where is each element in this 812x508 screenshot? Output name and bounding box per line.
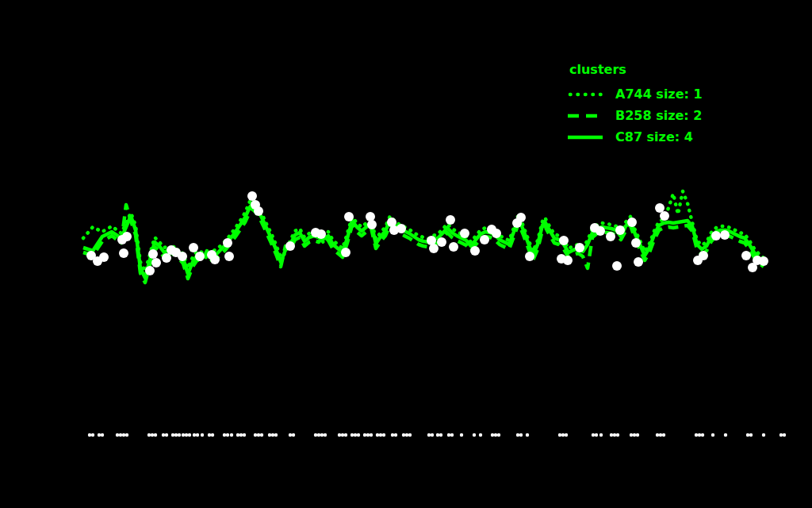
rug-point xyxy=(182,433,185,437)
data-point xyxy=(492,229,501,238)
legend-title: clusters xyxy=(569,62,703,78)
rug-point xyxy=(314,433,317,437)
data-point xyxy=(429,244,439,253)
data-point xyxy=(341,248,350,257)
data-point xyxy=(437,237,446,247)
rug-point xyxy=(519,433,523,437)
data-point xyxy=(759,256,768,266)
rug-point xyxy=(370,433,373,437)
legend: clusters A744 size: 1 B258 size: 2 C87 s… xyxy=(568,62,703,148)
data-point xyxy=(525,252,534,261)
legend-label-b258: B258 size: 2 xyxy=(615,108,702,123)
rug-point xyxy=(779,433,783,437)
data-point xyxy=(316,229,326,239)
rug-point xyxy=(208,433,211,437)
rug-point xyxy=(188,433,191,437)
data-point xyxy=(660,211,669,221)
rug-point xyxy=(344,433,347,437)
dotted-line-icon xyxy=(568,91,603,98)
legend-item-c87: C87 size: 4 xyxy=(568,126,703,148)
rug-point xyxy=(613,433,616,437)
rug-point xyxy=(178,433,181,437)
rug-point xyxy=(633,433,636,437)
rug-point xyxy=(151,433,154,437)
rug-point xyxy=(185,433,188,437)
rug-point xyxy=(226,433,229,437)
rug-point xyxy=(236,433,239,437)
rug-point xyxy=(724,433,727,437)
rug-point xyxy=(165,433,168,437)
data-point xyxy=(247,191,257,201)
rug-point xyxy=(271,433,274,437)
rug-point xyxy=(257,433,260,437)
data-point xyxy=(559,236,569,245)
data-point xyxy=(162,253,171,263)
data-point xyxy=(446,215,455,225)
rug-point xyxy=(193,433,196,437)
data-point xyxy=(711,231,721,241)
rug-point xyxy=(405,433,408,437)
rug-point xyxy=(701,433,704,437)
rug-point xyxy=(595,433,598,437)
plot-figure: clusters A744 size: 1 B258 size: 2 C87 s… xyxy=(0,0,812,508)
data-point xyxy=(178,252,187,261)
data-point xyxy=(470,246,480,256)
data-point xyxy=(366,212,375,221)
rug-point xyxy=(494,433,497,437)
rug-point xyxy=(427,433,431,437)
rug-point xyxy=(599,433,603,437)
data-point xyxy=(741,251,751,260)
rug-point xyxy=(408,433,412,437)
rug-point xyxy=(439,433,442,437)
rug-point xyxy=(656,433,659,437)
rug-point xyxy=(402,433,405,437)
rug-point xyxy=(491,433,494,437)
rug-point xyxy=(616,433,619,437)
rug-point xyxy=(292,433,295,437)
rug-point xyxy=(698,433,701,437)
rug-point xyxy=(450,433,454,437)
rug-point xyxy=(338,433,341,437)
rug-point xyxy=(394,433,397,437)
rug-point xyxy=(565,433,568,437)
data-point xyxy=(195,252,205,261)
rug-point xyxy=(479,433,482,437)
rug-point xyxy=(254,433,257,437)
data-point xyxy=(223,238,232,248)
rug-point xyxy=(317,433,320,437)
data-point xyxy=(396,224,406,233)
rug-point xyxy=(460,433,463,437)
rug-point xyxy=(230,433,233,437)
data-point xyxy=(145,266,155,275)
rug-point xyxy=(98,433,101,437)
data-point xyxy=(480,235,489,244)
rug-point xyxy=(196,433,199,437)
rug-point xyxy=(289,433,292,437)
data-point xyxy=(631,238,641,248)
data-point xyxy=(285,241,295,251)
rug-point xyxy=(711,433,714,437)
rug-point xyxy=(526,433,529,437)
data-point xyxy=(596,226,605,236)
rug-point xyxy=(324,433,327,437)
data-point xyxy=(189,243,198,252)
rug-point xyxy=(376,433,379,437)
data-point xyxy=(148,249,158,259)
rug-point xyxy=(350,433,354,437)
rug-point xyxy=(320,433,324,437)
rug-point xyxy=(357,433,360,437)
rug-point xyxy=(341,433,344,437)
rug-point xyxy=(746,433,749,437)
rug-point xyxy=(201,433,204,437)
data-point xyxy=(254,206,263,216)
legend-label-a744: A744 size: 1 xyxy=(615,87,703,102)
rug-point xyxy=(659,433,662,437)
rug-point xyxy=(558,433,561,437)
data-point xyxy=(606,232,615,241)
rug-point xyxy=(391,433,394,437)
rug-point xyxy=(119,433,122,437)
rug-point xyxy=(447,433,450,437)
rug-point xyxy=(274,433,278,437)
rug-point xyxy=(610,433,613,437)
data-point xyxy=(612,261,622,271)
